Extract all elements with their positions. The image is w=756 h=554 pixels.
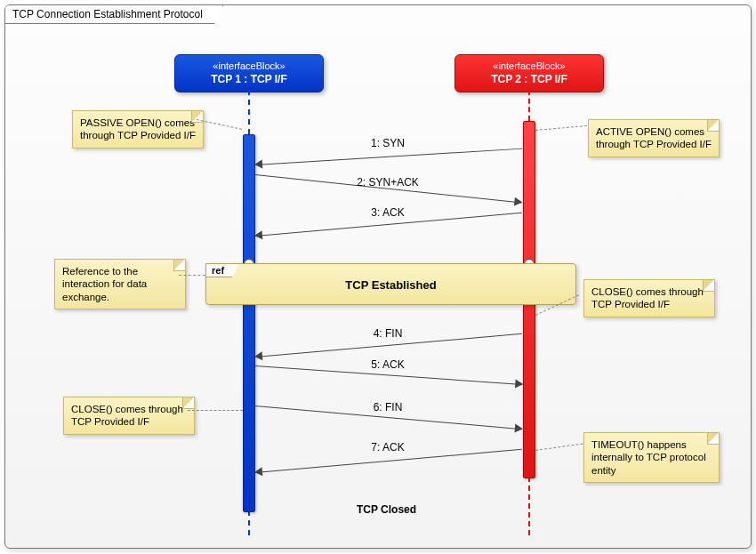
message-7-label: 7: ACK: [334, 441, 441, 454]
note-fold-icon: [707, 120, 719, 132]
note-timeout: TIMEOUT() happens internally to TCP prot…: [583, 432, 720, 483]
lifeline-tcp2-dash-bottom: [528, 477, 530, 535]
note-close-left: CLOSE() comes through TCP Provided I/F: [63, 397, 195, 435]
lifeline-tcp1-stereotype: «interfaceBlock»: [182, 60, 316, 73]
lifeline-tcp2-dash-top: [528, 90, 530, 121]
note-timeout-text: TIMEOUT() happens internally to TCP prot…: [591, 439, 706, 476]
message-2-label: 2: SYN+ACK: [334, 176, 441, 189]
lifeline-tcp1-name: TCP 1 : TCP I/F: [182, 73, 316, 86]
message-4-label: 4: FIN: [334, 327, 441, 340]
note-close-right-text: CLOSE() comes through TCP Provided I/F: [591, 286, 704, 309]
message-3-label: 3: ACK: [334, 206, 441, 219]
note-close-left-text: CLOSE() comes through TCP Provided I/F: [71, 404, 183, 427]
ref-fragment: ref TCP Established: [205, 263, 576, 305]
note-active-open-text: ACTIVE OPEN() comes through TCP Provided…: [596, 126, 712, 149]
sequence-frame: TCP Connection Establishment Protocol «i…: [4, 4, 752, 549]
ref-tab: ref: [205, 263, 239, 277]
message-5-label: 5: ACK: [334, 358, 441, 371]
note-timeout-anchor: [535, 443, 583, 451]
ref-title: TCP Established: [345, 277, 436, 291]
note-active-open-anchor: [535, 125, 587, 131]
note-ref: Reference to the interaction for data ex…: [54, 259, 186, 309]
note-fold-icon: [182, 397, 194, 409]
note-active-open: ACTIVE OPEN() comes through TCP Provided…: [588, 119, 720, 157]
closed-label: TCP Closed: [357, 503, 416, 516]
note-fold-icon: [707, 433, 719, 445]
lifeline-tcp1-dash-top: [248, 90, 250, 134]
note-ref-text: Reference to the interaction for data ex…: [62, 266, 147, 302]
frame-title: TCP Connection Establishment Protocol: [5, 5, 223, 24]
note-passive-open-text: PASSIVE OPEN() comes through TCP Provide…: [80, 117, 196, 141]
note-close-right: CLOSE() comes through TCP Provided I/F: [583, 279, 715, 317]
lifeline-tcp1-head: «interfaceBlock» TCP 1 : TCP I/F: [174, 54, 324, 92]
note-fold-icon: [173, 260, 185, 271]
lifeline-tcp2-head: «interfaceBlock» TCP 2 : TCP I/F: [454, 54, 604, 92]
note-passive-open: PASSIVE OPEN() comes through TCP Provide…: [72, 110, 204, 149]
note-fold-icon: [703, 280, 714, 292]
message-6-label: 6: FIN: [334, 401, 441, 413]
activation-tcp1: [243, 134, 255, 512]
note-close-left-anchor: [188, 410, 243, 411]
lifeline-tcp2-stereotype: «interfaceBlock»: [462, 60, 596, 73]
lifeline-tcp1-dash-bottom: [248, 510, 250, 535]
message-1-arrow: [255, 149, 522, 165]
message-1-label: 1: SYN: [334, 137, 441, 149]
note-ref-anchor: [179, 275, 205, 276]
lifeline-tcp2-name: TCP 2 : TCP I/F: [462, 73, 596, 86]
